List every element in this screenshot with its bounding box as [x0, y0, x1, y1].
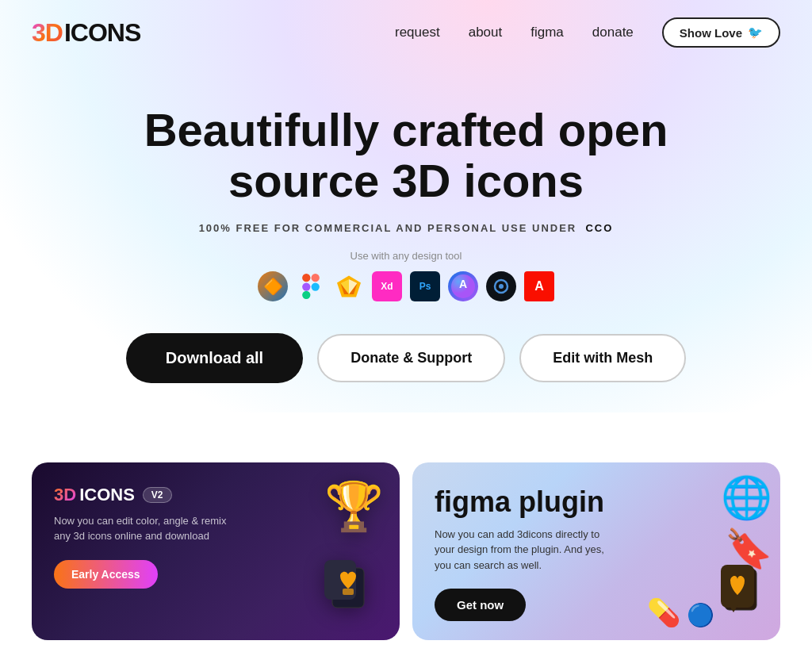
adobe-icon: A [524, 271, 554, 301]
card-logo-3d: 3D [54, 485, 76, 505]
cta-buttons: Download all Donate & Support Edit with … [32, 333, 780, 383]
twitter-icon: 🐦 [748, 25, 763, 40]
svg-text:A: A [459, 278, 467, 290]
svg-rect-0 [302, 274, 310, 282]
tool-icons: 🔶 Xd Ps A [32, 271, 780, 301]
show-love-button[interactable]: Show Love 🐦 [662, 17, 780, 48]
show-love-label: Show Love [680, 26, 742, 40]
svg-rect-1 [312, 274, 320, 282]
card-figma: figma plugin Now you can add 3dicons dir… [412, 462, 780, 641]
trophy-icon: 🏆 [324, 478, 384, 535]
nav-request[interactable]: request [395, 25, 440, 40]
logo-icons: ICONS [64, 18, 140, 48]
design-tools-label: Use with any design tool [32, 250, 780, 262]
svg-point-3 [312, 282, 320, 290]
heart-icon [320, 552, 376, 624]
nav-links: request about figma donate Show Love 🐦 [395, 17, 780, 48]
sketch-icon [334, 271, 364, 301]
globe-icon: 🌐 [721, 474, 772, 522]
figma-icon [296, 271, 326, 301]
gold-heart-chat-icon [721, 565, 768, 628]
edit-with-mesh-button[interactable]: Edit with Mesh [519, 334, 686, 382]
svg-rect-4 [302, 290, 310, 298]
pills-icon: 💊 [647, 597, 680, 628]
colorful-balls-icon: 🔵 [687, 602, 714, 628]
nav-donate[interactable]: donate [592, 25, 634, 40]
get-now-button[interactable]: Get now [435, 589, 526, 621]
card-v2: 3D ICONS V2 Now you can edit color, angl… [32, 462, 400, 641]
figma-bottom-icons: 💊 🔵 [647, 565, 768, 628]
hero-subtitle-text: 100% FREE FOR COMMERCIAL AND PERSONAL US… [199, 222, 577, 234]
photoshop-icon: Ps [410, 271, 440, 301]
card-figma-title: figma plugin [435, 485, 758, 519]
affinity-icon: A [448, 271, 478, 301]
hero-subtitle: 100% FREE FOR COMMERCIAL AND PERSONAL US… [32, 222, 780, 234]
figma-card-icons: 🌐 🔖 [721, 470, 772, 571]
donate-support-button[interactable]: Donate & Support [317, 334, 505, 382]
hero-title: Beautifully crafted open source 3D icons [89, 105, 723, 206]
card-figma-description: Now you can add 3dicons directly to your… [435, 527, 617, 574]
logo[interactable]: 3D ICONS [32, 18, 140, 48]
logo-3d: 3D [32, 18, 63, 48]
svg-rect-2 [302, 282, 310, 290]
svg-rect-19 [343, 589, 354, 595]
bookmark-star-icon: 🔖 [725, 527, 772, 571]
cards-section: 3D ICONS V2 Now you can edit color, angl… [0, 462, 812, 656]
card-logo-icons: ICONS [79, 485, 135, 505]
v2-badge: V2 [143, 487, 172, 503]
download-all-button[interactable]: Download all [126, 333, 303, 383]
xd-icon: Xd [372, 271, 402, 301]
blender-icon: 🔶 [258, 271, 288, 301]
early-access-button[interactable]: Early Access [54, 560, 158, 589]
hero-section: Beautifully crafted open source 3D icons… [0, 65, 812, 462]
svg-point-14 [499, 284, 504, 289]
card-v2-description: Now you can edit color, angle & remix an… [54, 513, 244, 544]
nav-about[interactable]: about [469, 25, 503, 40]
hero-subtitle-bold: CCO [585, 222, 613, 234]
cinema4d-icon [486, 271, 516, 301]
nav-figma[interactable]: figma [530, 25, 564, 40]
navbar: 3D ICONS request about figma donate Show… [0, 0, 812, 65]
svg-text:A: A [534, 279, 544, 293]
